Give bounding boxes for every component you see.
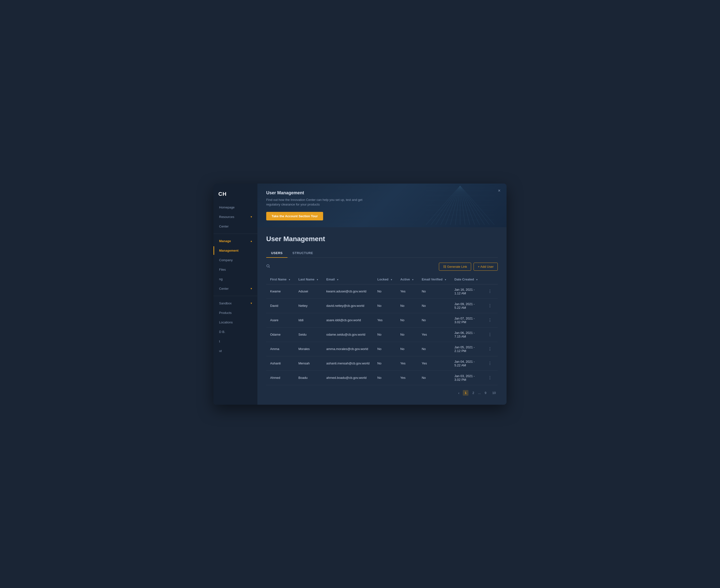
sidebar-item-management[interactable]: Management: [213, 246, 258, 255]
cell-locked: No: [373, 342, 396, 356]
table-row[interactable]: Ahmed Boadu ahmed.boadu@cb.gov.world No …: [266, 371, 498, 385]
row-menu-button[interactable]: ⋮: [486, 345, 494, 352]
table-row[interactable]: Kwame Adusei kwami.adusei@cb.gov.world N…: [266, 284, 498, 298]
row-menu-button[interactable]: ⋮: [486, 288, 494, 295]
sidebar-item-homepage[interactable]: Homepage: [213, 203, 258, 212]
row-menu-button[interactable]: ⋮: [486, 302, 494, 309]
table-body: Kwame Adusei kwami.adusei@cb.gov.world N…: [266, 284, 498, 385]
sidebar-item-locations[interactable]: Locations: [213, 318, 258, 327]
page-button-10[interactable]: 10: [490, 390, 498, 396]
svg-line-23: [269, 267, 270, 268]
sidebar-item-db[interactable]: D B.: [213, 328, 258, 336]
cell-active: No: [396, 298, 418, 313]
cell-first-name: Amma: [266, 342, 294, 356]
header-row: First Name ▼ Last Name ▼ Email ▼: [266, 275, 498, 285]
cell-last-name: Mensah: [294, 356, 322, 371]
sidebar-item-center2[interactable]: Center ▼: [213, 285, 258, 293]
table-row[interactable]: Asare Iddi asare.iddi@cb.gov.world Yes N…: [266, 313, 498, 327]
table-row[interactable]: David Nettey david.nettey@cb.gov.world N…: [266, 298, 498, 313]
cell-email-verified: No: [418, 298, 451, 313]
cell-row-menu: ⋮: [482, 371, 498, 385]
main-content: User Management Find out how the Innovat…: [258, 184, 507, 405]
sort-icon: ▼: [316, 278, 318, 281]
cell-email-verified: No: [418, 284, 451, 298]
tab-structure[interactable]: STRUCTURE: [287, 249, 318, 258]
sidebar-item-files[interactable]: Files: [213, 265, 258, 274]
cell-row-menu: ⋮: [482, 313, 498, 327]
row-menu-button[interactable]: ⋮: [486, 360, 494, 366]
banner-content: User Management Find out how the Innovat…: [266, 190, 369, 220]
cell-email: ahmed.boadu@cb.gov.world: [322, 371, 373, 385]
cell-active: Yes: [396, 371, 418, 385]
cell-active: No: [396, 313, 418, 327]
cell-row-menu: ⋮: [482, 327, 498, 342]
cell-email: odame.seidu@cb.gov.world: [322, 327, 373, 342]
chevron-up-icon: ▲: [250, 240, 252, 243]
page-button-9[interactable]: 9: [482, 390, 488, 396]
search-box: [266, 264, 270, 269]
cell-locked: No: [373, 284, 396, 298]
page-button-2[interactable]: 2: [470, 390, 476, 396]
cell-email: amma.morales@cb.gov.world: [322, 342, 373, 356]
col-email[interactable]: Email ▼: [322, 275, 373, 285]
sidebar-item-ut[interactable]: ut: [213, 346, 258, 355]
cell-first-name: David: [266, 298, 294, 313]
toolbar-actions: ⛓ Generate Link + Add User: [439, 262, 498, 271]
sidebar-item-manage[interactable]: Manage ▲: [213, 237, 258, 245]
cell-date-created: Jan 05, 2021 - 2.12 PM: [451, 342, 482, 356]
table-row[interactable]: Ashanti Mensah ashanti.mensah@cb.gov.wor…: [266, 356, 498, 371]
cell-email: ashanti.mensah@cb.gov.world: [322, 356, 373, 371]
chevron-down-icon: ▼: [250, 287, 252, 290]
col-date-created[interactable]: Date Created ▼: [451, 275, 482, 285]
col-locked[interactable]: Locked ▼: [373, 275, 396, 285]
cell-locked: Yes: [373, 313, 396, 327]
table-row[interactable]: Odame Seidu odame.seidu@cb.gov.world No …: [266, 327, 498, 342]
cell-email: asare.iddi@cb.gov.world: [322, 313, 373, 327]
sort-icon: ▼: [390, 278, 392, 281]
cell-active: No: [396, 342, 418, 356]
sort-icon: ▼: [336, 278, 339, 281]
row-menu-button[interactable]: ⋮: [486, 331, 494, 338]
cell-locked: No: [373, 356, 396, 371]
col-last-name[interactable]: Last Name ▼: [294, 275, 322, 285]
prev-page-button[interactable]: ‹: [457, 390, 461, 396]
add-user-button[interactable]: + Add User: [474, 262, 498, 271]
cell-last-name: Morales: [294, 342, 322, 356]
table-container: First Name ▼ Last Name ▼ Email ▼: [266, 275, 498, 385]
sidebar-item-products[interactable]: Products: [213, 309, 258, 317]
cell-email-verified: Yes: [418, 327, 451, 342]
table-row[interactable]: Amma Morales amma.morales@cb.gov.world N…: [266, 342, 498, 356]
cell-locked: No: [373, 371, 396, 385]
page-button-1[interactable]: 1: [463, 390, 469, 396]
tour-button[interactable]: Take the Account Section Tour: [266, 212, 323, 220]
tab-users[interactable]: USERS: [266, 249, 287, 258]
chevron-down-icon: ▼: [250, 302, 252, 304]
users-table: First Name ▼ Last Name ▼ Email ▼: [266, 275, 498, 385]
row-menu-button[interactable]: ⋮: [486, 374, 494, 381]
col-email-verified[interactable]: Email Verified ▼: [418, 275, 451, 285]
cell-date-created: Jan 04, 2021 - 5.22 AM: [451, 356, 482, 371]
cell-first-name: Odame: [266, 327, 294, 342]
cell-date-created: Jan 09, 2021 - 5.22 AM: [451, 298, 482, 313]
sidebar-item-ng[interactable]: ng: [213, 275, 258, 284]
generate-link-button[interactable]: ⛓ Generate Link: [439, 262, 471, 271]
sidebar-item-t[interactable]: t: [213, 337, 258, 345]
cell-active: Yes: [396, 284, 418, 298]
banner: User Management Find out how the Innovat…: [258, 184, 507, 227]
row-menu-button[interactable]: ⋮: [486, 317, 494, 323]
cell-last-name: Iddi: [294, 313, 322, 327]
col-active[interactable]: Active ▼: [396, 275, 418, 285]
cell-last-name: Nettey: [294, 298, 322, 313]
cell-email: kwami.adusei@cb.gov.world: [322, 284, 373, 298]
cell-locked: No: [373, 327, 396, 342]
sidebar-item-sandbox[interactable]: Sandbox ▼: [213, 299, 258, 308]
cell-first-name: Ahmed: [266, 371, 294, 385]
sidebar-item-company[interactable]: Company: [213, 256, 258, 264]
col-first-name[interactable]: First Name ▼: [266, 275, 294, 285]
sidebar-item-resources[interactable]: Resources ▼: [213, 213, 258, 221]
cell-first-name: Ashanti: [266, 356, 294, 371]
banner-title: User Management: [266, 190, 369, 195]
close-button[interactable]: ×: [496, 187, 502, 194]
cell-date-created: Jan 16, 2021 - 1.12 AM: [451, 284, 482, 298]
sidebar-item-center[interactable]: Center: [213, 222, 258, 231]
